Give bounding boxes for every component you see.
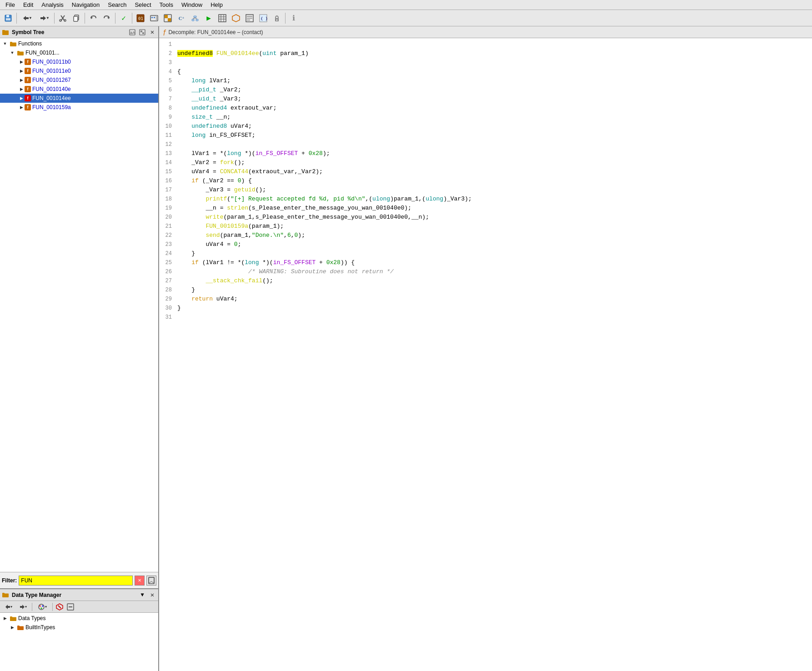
line-content-24: } [175,249,812,258]
dtm-tree-content: ▶ Data Types ▶ Bu [0,613,158,671]
decompiler-title: Decompile: FUN_001014ee – (contact) [168,29,263,35]
dtm-collapse-button[interactable] [65,602,75,611]
dtm-forward-button[interactable]: ▼ [16,602,30,611]
tree-item-fun-0010159a[interactable]: ▶ f FUN_0010159a [0,103,158,112]
expand-00101267-icon: ▶ [18,77,25,83]
redo-button[interactable] [100,12,113,25]
svg-rect-18 [151,17,153,18]
symbol-tree-title: Symbol Tree [12,29,126,35]
dtm-tree-item-builtintypes[interactable]: ▶ BuiltInTypes [0,623,158,632]
code-line-19: 19 __n = strlen(s_Please_enter_the_messa… [159,204,812,213]
info-button[interactable]: ℹ [287,12,300,25]
cut-button[interactable] [56,12,69,25]
tree-item-fun-0010140e[interactable]: ▶ f FUN_0010140e [0,85,158,94]
send-args: , [284,232,287,239]
code-area[interactable]: 1 2 undefined8 FUN_001014ee(uint param_1… [159,38,812,671]
fun-0010159a-icon: f [25,104,31,110]
menu-analysis[interactable]: Analysis [38,0,67,9]
num-0x28-25: 0x28 [326,259,341,266]
line-num-7: 7 [159,95,175,104]
kw-return: return [191,295,213,302]
listing-button[interactable] [243,12,256,25]
svg-line-27 [193,18,195,19]
menu-file[interactable]: File [2,0,19,9]
stop-button[interactable] [230,12,242,25]
tree-item-fun-001011b0[interactable]: ▶ f FUN_001011b0 [0,57,158,66]
line-content-22: send(param_1,"Done.\n",6,0); [175,231,812,240]
menu-tools[interactable]: Tools [156,0,177,9]
line-num-25: 25 [159,258,175,267]
tree-item-fun-001011e0[interactable]: ▶ f FUN_001011e0 [0,66,158,75]
line-content-7: __uid_t _Var3; [175,95,812,104]
line-num-9: 9 [159,113,175,122]
code-line-13: 13 lVar1 = *(long *)(in_FS_OFFSET + 0x28… [159,149,812,158]
symbol-tree-rename-btn[interactable]: aA [128,28,136,36]
line-num-29: 29 [159,295,175,304]
line-num-24: 24 [159,249,175,258]
tree-item-fun-001014ee[interactable]: ▶ f FUN_001014ee [0,94,158,103]
line-content-4: { [175,67,812,76]
tree-item-fun-group[interactable]: ▼ FUN_00101... [0,48,158,57]
menu-help[interactable]: Help [207,0,226,9]
dtm-color-button[interactable]: ▼ [34,602,50,611]
n-assign: __n = [206,205,227,211]
back-button[interactable]: ▼ [19,12,35,25]
dtm-delete-button[interactable] [55,602,65,611]
fun-0010159a-label: FUN_0010159a [32,104,71,110]
menu-search[interactable]: Search [104,0,130,9]
svg-rect-22 [165,15,168,18]
type-sizet: size_t [191,114,213,120]
strlen-arg: (s_Please_enter_the_message_you_wan_0010… [248,205,411,211]
code-line-16: 16 if (_Var2 == 0) { [159,176,812,185]
symbol-tree-settings-btn[interactable] [138,28,146,36]
menu-edit[interactable]: Edit [20,0,37,9]
line-num-16: 16 [159,176,175,185]
svg-text:01: 01 [138,16,143,21]
filter-bookmark-button[interactable] [146,576,156,586]
dtm-back-button[interactable]: ▼ [2,602,15,611]
table-button[interactable] [216,12,229,25]
send-comma: , [291,232,295,239]
binary-button[interactable]: 01 [134,12,147,25]
datatypes-folder-icon [10,615,17,621]
tree-item-fun-00101267[interactable]: ▶ f FUN_00101267 [0,75,158,85]
run-button[interactable]: ▶ [202,12,215,25]
line-content-21: FUN_0010159a(param_1); [175,222,812,231]
graph-button[interactable] [189,12,201,25]
menu-navigation[interactable]: Navigation [68,0,103,9]
dtm-folder-icon [2,591,9,598]
dtm-title: Data Type Manager [12,592,136,598]
param-name-1: param_1) [276,50,308,57]
svg-rect-29 [219,15,226,22]
expand-001011b0-icon: ▶ [18,59,25,65]
toolbar-sep-1 [16,13,17,24]
cpp-button[interactable]: C+ [175,12,188,25]
expand-001014ee-icon: ▶ [18,95,25,101]
copy-button[interactable] [70,12,83,25]
dtm-dropdown-btn[interactable]: ▼ [138,591,146,599]
line-content-1 [175,40,812,49]
offset-button[interactable] [161,12,174,25]
filter-clear-button[interactable]: ✕ [135,576,145,586]
check-button[interactable]: ✓ [117,12,130,25]
dtm-close-btn[interactable]: ✕ [148,591,156,599]
svg-marker-50 [5,605,8,609]
line-num-10: 10 [159,122,175,131]
filter-input[interactable] [19,576,133,586]
svg-rect-26 [196,19,198,21]
decompile-button[interactable]: { } [257,12,270,25]
memory-button[interactable] [148,12,160,25]
menu-select[interactable]: Select [131,0,155,9]
undo-button[interactable] [87,12,100,25]
symbol-tree-close-btn[interactable]: ✕ [148,28,156,36]
line-num-4: 4 [159,67,175,76]
uvar4-assign: uVar4 = [191,168,220,175]
expr-13b: *)( [241,150,255,157]
datatypes-label: Data Types [18,615,45,621]
tree-item-functions[interactable]: ▼ Functions [0,39,158,48]
dtm-tree-item-datatypes[interactable]: ▶ Data Types [0,614,158,623]
save-button[interactable] [2,12,15,25]
forward-button[interactable]: ▼ [36,12,52,25]
export-button[interactable] [271,12,283,25]
menu-window[interactable]: Window [178,0,206,9]
